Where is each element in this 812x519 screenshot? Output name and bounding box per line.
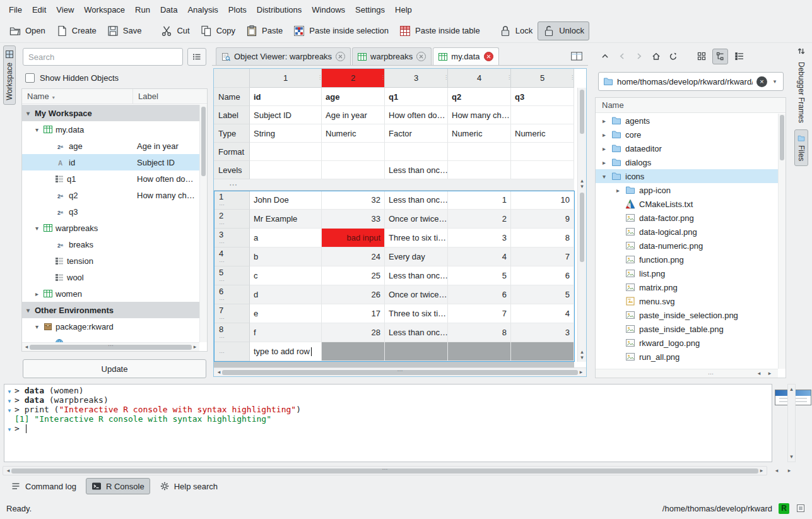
file-item[interactable]: core xyxy=(596,128,778,141)
scroll-left-icon[interactable] xyxy=(23,344,30,350)
cell[interactable]: c xyxy=(250,266,322,285)
cell[interactable]: q1 xyxy=(385,88,448,106)
chevron-down-icon[interactable] xyxy=(33,323,40,330)
meta-row-header[interactable]: Levels xyxy=(214,161,250,179)
cell[interactable]: age xyxy=(322,88,385,106)
file-item[interactable]: app-icon xyxy=(596,183,778,197)
file-item[interactable]: dataeditor xyxy=(596,141,778,155)
cell[interactable]: b xyxy=(250,248,322,266)
cell[interactable]: Less than onc… xyxy=(385,323,448,342)
tree-view-button[interactable] xyxy=(712,49,728,64)
cell[interactable]: Three to six ti… xyxy=(385,229,448,248)
chevron-right-icon[interactable] xyxy=(601,145,608,152)
column-header[interactable]: 4 xyxy=(448,69,511,88)
scroll-right-icon[interactable] xyxy=(758,468,765,474)
go-forward-icon[interactable] xyxy=(635,52,644,61)
tree-item-women[interactable]: women xyxy=(22,285,199,302)
scroll-right-icon[interactable] xyxy=(192,344,198,350)
cell[interactable]: How many ch… xyxy=(448,106,511,124)
menu-item-analysis[interactable]: Analysis xyxy=(182,2,223,18)
tree-item-q3[interactable]: q3 xyxy=(22,203,199,220)
cell[interactable]: 8 xyxy=(511,229,574,248)
tool-tab-debugger-frames[interactable]: Debugger Frames xyxy=(797,62,806,123)
cell[interactable] xyxy=(511,161,574,179)
scroll-down-icon[interactable] xyxy=(579,355,585,361)
file-item[interactable]: data-logical.png xyxy=(596,225,778,239)
row-header[interactable]: 7 xyxy=(214,304,250,323)
cell[interactable]: 17 xyxy=(322,304,385,323)
cell[interactable]: 4 xyxy=(511,304,574,323)
cell[interactable]: 26 xyxy=(322,285,385,304)
row-header[interactable]: 1 xyxy=(214,191,250,210)
tool-tab-workspace[interactable]: Workspace xyxy=(3,45,16,105)
scroll-right-icon[interactable] xyxy=(578,369,584,375)
cell[interactable]: 3 xyxy=(448,229,511,248)
scroll-left-icon[interactable] xyxy=(5,468,11,474)
cell[interactable]: John Doe xyxy=(250,191,322,210)
cell[interactable]: 1 xyxy=(448,191,511,210)
tree-item-breaks[interactable]: breaks xyxy=(22,236,199,253)
tree-vertical-scrollbar[interactable] xyxy=(199,105,207,342)
cell[interactable] xyxy=(511,106,574,124)
scroll-left-icon[interactable] xyxy=(216,369,222,375)
details-view-button[interactable] xyxy=(731,49,747,64)
create-button[interactable]: Create xyxy=(50,21,102,40)
layout-icon[interactable] xyxy=(796,503,806,513)
chevron-right-icon[interactable] xyxy=(601,131,608,138)
menu-item-help[interactable]: Help xyxy=(390,2,417,18)
cell[interactable]: Numeric xyxy=(448,124,511,143)
open-button[interactable]: Open xyxy=(4,21,50,40)
file-item[interactable]: menu.svg xyxy=(596,294,778,308)
cell[interactable]: 7 xyxy=(448,304,511,323)
chevron-down-icon[interactable] xyxy=(601,173,608,180)
cell[interactable]: 3 xyxy=(511,323,574,342)
row-header[interactable]: 3 xyxy=(214,229,250,248)
chevron-right-icon[interactable] xyxy=(33,290,40,297)
close-icon[interactable] xyxy=(416,52,426,61)
cell-invalid-input[interactable]: bad input xyxy=(322,229,385,248)
cell[interactable]: Numeric xyxy=(322,124,385,143)
file-item[interactable]: paste_inside_selection.png xyxy=(596,308,778,322)
column-header[interactable]: 5 xyxy=(511,69,574,88)
scroll-down-icon[interactable] xyxy=(789,454,795,460)
tool-tab-command-log[interactable]: Command log xyxy=(5,478,82,494)
file-item[interactable]: run_all.png xyxy=(596,350,778,364)
search-input[interactable] xyxy=(23,48,183,66)
menu-item-data[interactable]: Data xyxy=(155,2,182,18)
corner-cell[interactable] xyxy=(214,69,250,88)
go-back-icon[interactable] xyxy=(618,52,627,61)
cell[interactable] xyxy=(250,143,322,161)
cell[interactable]: q2 xyxy=(448,88,511,106)
cell[interactable] xyxy=(250,161,322,179)
scroll-right-icon[interactable] xyxy=(786,468,792,474)
cell[interactable]: 9 xyxy=(511,210,574,229)
files-column-header[interactable]: Name xyxy=(596,98,786,113)
paste-button[interactable]: Paste xyxy=(240,21,288,40)
cell[interactable] xyxy=(511,143,574,161)
cell[interactable]: Age in year xyxy=(322,106,385,124)
meta-row-header[interactable]: Name xyxy=(214,88,250,106)
cell[interactable]: Less than onc… xyxy=(385,161,448,179)
cell[interactable]: Every day xyxy=(385,248,448,266)
console-vertical-scrollbar[interactable] xyxy=(787,384,796,462)
cell[interactable]: 2 xyxy=(448,210,511,229)
menu-item-file[interactable]: File xyxy=(4,2,27,18)
scroll-up-icon[interactable] xyxy=(789,386,795,392)
file-item-selected[interactable]: icons xyxy=(596,169,778,183)
chevron-right-icon[interactable] xyxy=(601,159,608,166)
column-header-selected[interactable]: 2 xyxy=(322,69,385,88)
tree-item-q2[interactable]: q2How many ch… xyxy=(22,187,199,203)
file-item[interactable]: data-factor.png xyxy=(596,211,778,225)
tree-section-other-environments[interactable]: Other Environments xyxy=(22,302,199,318)
scroll-left-icon[interactable] xyxy=(774,468,780,474)
column-header-name[interactable]: Name xyxy=(22,89,133,104)
tree-item-warpbreaks[interactable]: warpbreaks xyxy=(22,220,199,236)
tab-object-viewer-warpbreaks[interactable]: Object Viewer: warpbreaks xyxy=(216,47,351,65)
cell[interactable]: 24 xyxy=(322,248,385,266)
tree-item-tension[interactable]: tension xyxy=(22,253,199,269)
files-horizontal-scrollbar[interactable] xyxy=(596,369,778,378)
files-vertical-scrollbar[interactable] xyxy=(778,114,786,369)
cell[interactable] xyxy=(448,161,511,179)
cell[interactable] xyxy=(322,161,385,179)
show-hidden-checkbox[interactable] xyxy=(25,73,35,83)
